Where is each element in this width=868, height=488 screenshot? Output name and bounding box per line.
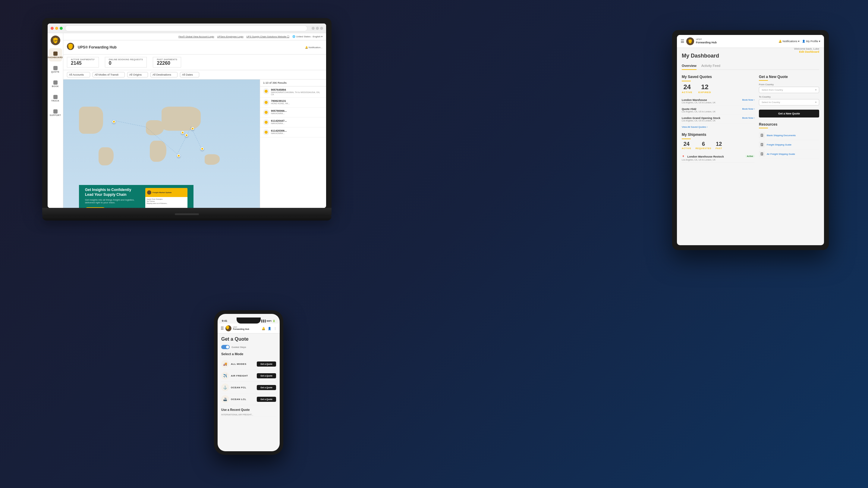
filter-accounts[interactable]: All Accounts (67, 72, 90, 77)
result-id-1: 7808239131 (271, 99, 323, 102)
minimize-dot[interactable] (55, 27, 58, 30)
tablet-notifications[interactable]: 🔔 Notifications ▾ (778, 40, 800, 43)
recent-quote-item[interactable]: INTERNATIONAL AIR FREIGHT... (221, 413, 276, 417)
sidebar-item-book[interactable]: BOOK (49, 77, 62, 90)
resource-item-0[interactable]: Blank Shipping Documents (759, 131, 819, 140)
traffic-light-1 (312, 27, 315, 30)
result-id-2: 905780066... (271, 109, 323, 112)
saved-quote-1-loc: Los Angeles, CA, US to London, UK (682, 110, 715, 113)
saved-quote-0-name: London Warehouse (682, 98, 715, 101)
saved-quote-0[interactable]: London Warehouse Los Angeles, CA, US to … (682, 97, 755, 106)
filter-modes[interactable]: All Modes of Transit (93, 72, 125, 77)
sidebar-item-quote[interactable]: QUOTE (49, 63, 62, 76)
sign-me-up-button[interactable]: Sign Me Up › (85, 207, 105, 208)
phone-bell-icon[interactable]: 🔔 (261, 327, 265, 330)
battery-icon: 🔋 (273, 320, 276, 322)
supply-chain-link[interactable]: UPS Supply Chain Solutions Website ⓘ (247, 35, 290, 38)
upsers-login-link[interactable]: UPSers Employee Login (217, 35, 243, 38)
get-quote-btn-0[interactable]: Get a Quote (257, 361, 276, 367)
book-now-1[interactable]: Book Now › (742, 107, 755, 110)
resource-item-2[interactable]: Air Freight Shipping Guide (759, 150, 819, 159)
recent-quote-title: Use a Recent Quote (221, 408, 276, 412)
toggle-knob (226, 346, 229, 349)
phone-header-right: 🔔 👤 ⋮ (261, 327, 277, 330)
sidebar-label-quote: QUOTE (51, 71, 59, 73)
svg-point-9 (265, 131, 268, 134)
shipments-title-wrap: My Shipments (682, 133, 755, 139)
ups-filters-bar: All Accounts All Modes of Transit All Or… (63, 70, 326, 79)
saved-quote-1[interactable]: Quote #342 Los Angeles, CA, US to London… (682, 106, 755, 115)
view-all-saved-quotes[interactable]: View All Saved Quotes › (682, 126, 755, 128)
from-country-select[interactable]: Select from Country ▾ (759, 87, 819, 93)
from-country-chevron-icon: ▾ (815, 89, 816, 91)
result-item-4[interactable]: 611420306... NAKHONRA... (260, 127, 326, 137)
hamburger-icon[interactable]: ☰ (681, 39, 684, 44)
resource-item-1[interactable]: Freight Shipping Guide (759, 140, 819, 150)
phone-more-icon[interactable]: ⋮ (274, 327, 277, 330)
tab-overview[interactable]: Overview (682, 64, 696, 70)
from-country-label: From Country (759, 83, 819, 86)
header-logo (67, 43, 74, 50)
tablet-content: My Dashboard Welcome back, Luke Edit Das… (677, 48, 824, 245)
get-new-quote-button[interactable]: Get a New Quote (759, 110, 819, 118)
saved-quote-0-loc: Los Angeles, CA, US to London, UK (682, 101, 715, 104)
book-now-2[interactable]: Book Now › (742, 117, 755, 119)
mode-left-3: 🚢 OCEAN LCL (221, 395, 246, 403)
language-selector[interactable]: 🌐 United States - English ▾ (292, 35, 322, 38)
tablet-screen: ☰ UPS® Forwarding Hub 🔔 Notifications ▾ … (677, 35, 824, 245)
resource-icon-1 (759, 141, 765, 148)
brand-line1: UPS® (696, 38, 717, 41)
laptop-screen: UPS DASHBOARD QUOTE BOOK (48, 24, 326, 208)
edit-dashboard-link[interactable]: Edit Dashboard (794, 50, 819, 53)
book-now-0[interactable]: Book Now › (742, 98, 755, 101)
svg-line-1 (113, 120, 146, 127)
phone-user-icon[interactable]: 👤 (268, 327, 271, 330)
tablet-page-title: My Dashboard (682, 53, 719, 59)
to-country-label: To Country (759, 96, 819, 98)
result-info-2: 905780066... NAKHONRA... (271, 109, 323, 115)
tablet-profile[interactable]: 👤 My Profile ▾ (802, 40, 820, 43)
close-dot[interactable] (51, 27, 54, 30)
saved-quote-2[interactable]: London Grand Opening Stock Los Angeles, … (682, 115, 755, 124)
new-quote-section: Get a New Quote From Country Select from… (759, 75, 819, 118)
result-info-1: 7808239131 HONG KONG, HK... (271, 99, 323, 104)
ocean-lcl-icon: 🚢 (221, 395, 229, 403)
promo-image: Freight Market Update Supply Chain Strat… (145, 188, 187, 208)
phone-content: Get a Quote Guided Steps Select a Mode 🚚… (218, 333, 280, 450)
result-item-2[interactable]: 905780066... NAKHONRA... (260, 107, 326, 118)
to-country-select[interactable]: Select to Country ▾ (759, 99, 819, 105)
get-quote-btn-3[interactable]: Get a Quote (257, 397, 276, 402)
header-notification[interactable]: 🔔 Notification... (305, 46, 322, 49)
expired-quotes-box: 12 EXPIRED (698, 83, 711, 94)
active-quotes-num: 24 (682, 83, 692, 91)
maximize-dot[interactable] (60, 27, 63, 30)
sidebar-item-dashboard[interactable]: DASHBOARD (49, 48, 62, 61)
tablet-header-right: 🔔 Notifications ▾ 👤 My Profile ▾ (778, 40, 820, 43)
tablet-header-left: ☰ UPS® Forwarding Hub (681, 37, 717, 45)
phone-brand-text: UPS® Forwarding Hub (233, 326, 249, 330)
shipment-item-0[interactable]: 📍 London Warehouse Restock Active Los An… (682, 152, 755, 163)
filter-destinations[interactable]: All Destinations (150, 72, 178, 77)
filter-dates[interactable]: All Dates (180, 72, 199, 77)
guided-steps-row: Guided Steps (221, 345, 276, 349)
get-quote-btn-2[interactable]: Get a Quote (257, 385, 276, 390)
sidebar-item-support[interactable]: SUPPORT (49, 106, 62, 119)
browser-chrome (48, 24, 326, 33)
result-item-0[interactable]: 9057645894 NAKHONRATCHASIMA, TH to MISSI… (260, 87, 326, 98)
phone-hamburger-icon[interactable]: ☰ (221, 326, 224, 330)
svg-text:UPS: UPS (54, 39, 58, 42)
promo-title: Get Insights to Confidently Lead Your Su… (85, 188, 139, 197)
sidebar-item-track[interactable]: TRACK (49, 92, 62, 105)
get-quote-btn-1[interactable]: Get a Quote (257, 373, 276, 378)
flex-global-link[interactable]: Flex® Global View Account Login (179, 35, 214, 38)
guided-steps-toggle[interactable] (221, 345, 230, 349)
filter-origins[interactable]: All Origins (127, 72, 148, 77)
shipments-underline (682, 138, 691, 139)
result-item-3[interactable]: 611420447... NAKHONRA... (260, 118, 326, 127)
tab-activity-feed[interactable]: Activity Feed (701, 64, 720, 70)
online-booking-value: 0 (109, 61, 143, 66)
result-item-1[interactable]: 7808239131 HONG KONG, HK... (260, 98, 326, 107)
continent-asia (161, 107, 201, 131)
url-bar[interactable] (65, 25, 307, 31)
new-quote-title: Get a New Quote (759, 75, 819, 79)
